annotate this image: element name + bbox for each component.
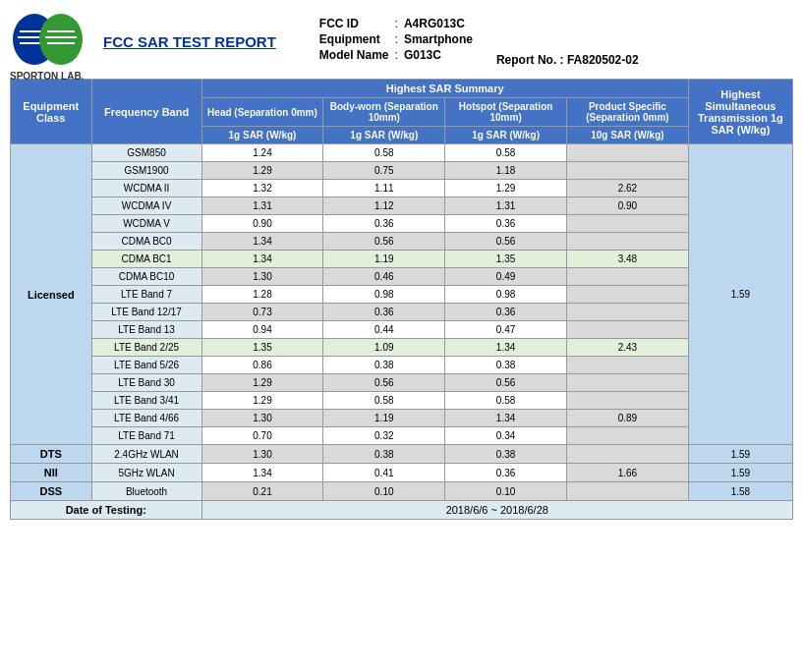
band-cell: LTE Band 3/41 — [91, 392, 201, 410]
table-row: WCDMA II1.321.111.292.62 — [11, 180, 793, 197]
table-row: DTS2.4GHz WLAN1.300.380.381.59 — [11, 445, 793, 464]
page-header: SPORTON LAB. FCC SAR TEST REPORT FCC ID … — [10, 10, 793, 69]
hotspot-value: 0.38 — [445, 445, 567, 464]
highest-value: 1.58 — [688, 482, 792, 501]
table-row: WCDMA V0.900.360.36 — [11, 215, 793, 233]
head-value: 1.29 — [201, 374, 323, 392]
eq-class-dss: DSS — [11, 482, 92, 501]
head-value: 1.32 — [201, 180, 323, 197]
company-logo: SPORTON LAB. — [10, 10, 88, 69]
table-row: NII5GHz WLAN1.340.410.361.661.59 — [11, 464, 793, 482]
product-value — [567, 286, 689, 304]
head-value: 1.35 — [201, 339, 323, 357]
head-value: 1.34 — [201, 464, 323, 482]
fcc-id-value: A4RG013C — [400, 16, 477, 31]
head-value: 1.30 — [201, 410, 323, 427]
hotspot-value: 0.10 — [445, 482, 567, 501]
hotspot-value: 0.36 — [445, 304, 567, 321]
highest-licensed: 1.59 — [688, 144, 792, 445]
hotspot-value: 1.34 — [445, 339, 567, 357]
head-value: 1.30 — [201, 445, 323, 464]
hotspot-value: 0.49 — [445, 268, 567, 286]
highest-sar-summary-header: Highest SAR Summary — [201, 80, 688, 98]
hotspot-value: 0.98 — [445, 286, 567, 304]
report-number: Report No. : FA820502-02 — [496, 53, 639, 67]
head-value: 1.30 — [201, 268, 323, 286]
unit-hotspot: 1g SAR (W/kg) — [445, 127, 567, 144]
bodyworn-value: 0.36 — [323, 304, 445, 321]
band-cell: LTE Band 12/17 — [91, 304, 201, 321]
table-row: LTE Band 130.940.440.47 — [11, 321, 793, 339]
company-name-text: SPORTON LAB. — [10, 71, 88, 82]
band-cell: LTE Band 4/66 — [91, 410, 201, 427]
bodyworn-value: 0.56 — [323, 374, 445, 392]
band-cell: WCDMA IV — [91, 197, 201, 215]
unit-head: 1g SAR (W/kg) — [201, 127, 323, 144]
hotspot-value: 0.58 — [445, 392, 567, 410]
head-value: 1.29 — [201, 162, 323, 180]
band-cell: LTE Band 2/25 — [91, 339, 201, 357]
hotspot-value: 1.34 — [445, 410, 567, 427]
table-row: LicensedGSM8501.240.580.581.59 — [11, 144, 793, 162]
head-value: 1.34 — [201, 233, 323, 251]
bodyworn-value: 0.46 — [323, 268, 445, 286]
unit-product: 10g SAR (W/kg) — [567, 127, 689, 144]
product-value — [567, 374, 689, 392]
table-row: LTE Band 71.280.980.98 — [11, 286, 793, 304]
bodyworn-value: 0.56 — [323, 233, 445, 251]
band-cell: GSM850 — [91, 144, 201, 162]
table-row: LTE Band 4/661.301.191.340.89 — [11, 410, 793, 427]
table-row: CDMA BC11.341.191.353.48 — [11, 251, 793, 268]
product-value — [567, 445, 689, 464]
band-cell: LTE Band 7 — [91, 286, 201, 304]
date-row: Date of Testing: 2018/6/6 ~ 2018/6/28 — [11, 501, 793, 520]
table-row: CDMA BC01.340.560.56 — [11, 233, 793, 251]
fcc-info-block: FCC ID : A4RG013C Equipment : Smartphone… — [315, 16, 477, 63]
hotspot-value: 0.36 — [445, 215, 567, 233]
head-value: 0.73 — [201, 304, 323, 321]
head-value: 1.29 — [201, 392, 323, 410]
product-value: 3.48 — [567, 251, 689, 268]
product-value — [567, 321, 689, 339]
product-value — [567, 162, 689, 180]
head-value: 0.86 — [201, 357, 323, 374]
fcc-id-label: FCC ID — [315, 16, 393, 31]
hotspot-value: 1.35 — [445, 251, 567, 268]
band-cell: LTE Band 71 — [91, 427, 201, 445]
head-value: 1.31 — [201, 197, 323, 215]
band-cell: CDMA BC10 — [91, 268, 201, 286]
model-colon: : — [393, 47, 400, 63]
product-value — [567, 268, 689, 286]
product-value — [567, 427, 689, 445]
product-value: 1.66 — [567, 464, 689, 482]
col-hotspot-header: Hotspot (Separation 10mm) — [445, 98, 567, 127]
hotspot-value: 0.56 — [445, 233, 567, 251]
date-label: Date of Testing: — [11, 501, 202, 520]
product-value — [567, 482, 689, 501]
product-value — [567, 304, 689, 321]
head-value: 0.21 — [201, 482, 323, 501]
product-value: 0.89 — [567, 410, 689, 427]
bodyworn-value: 0.44 — [323, 321, 445, 339]
band-cell: CDMA BC0 — [91, 233, 201, 251]
head-value: 1.34 — [201, 251, 323, 268]
band-cell: LTE Band 5/26 — [91, 357, 201, 374]
bodyworn-value: 0.36 — [323, 215, 445, 233]
bodyworn-value: 1.09 — [323, 339, 445, 357]
hotspot-value: 0.58 — [445, 144, 567, 162]
band-cell: LTE Band 30 — [91, 374, 201, 392]
table-row: DSSBluetooth0.210.100.101.58 — [11, 482, 793, 501]
head-value: 0.90 — [201, 215, 323, 233]
product-value: 2.62 — [567, 180, 689, 197]
band-cell: LTE Band 13 — [91, 321, 201, 339]
head-value: 0.70 — [201, 427, 323, 445]
hotspot-value: 1.29 — [445, 180, 567, 197]
svg-point-4 — [39, 14, 83, 65]
col-freq-band: Frequency Band — [91, 80, 201, 144]
col-highest-header: Highest Simultaneous Transmission 1g SAR… — [688, 80, 792, 144]
bodyworn-value: 0.98 — [323, 286, 445, 304]
table-row: WCDMA IV1.311.121.310.90 — [11, 197, 793, 215]
bodyworn-value: 0.41 — [323, 464, 445, 482]
band-cell: Bluetooth — [91, 482, 201, 501]
band-cell: WCDMA V — [91, 215, 201, 233]
